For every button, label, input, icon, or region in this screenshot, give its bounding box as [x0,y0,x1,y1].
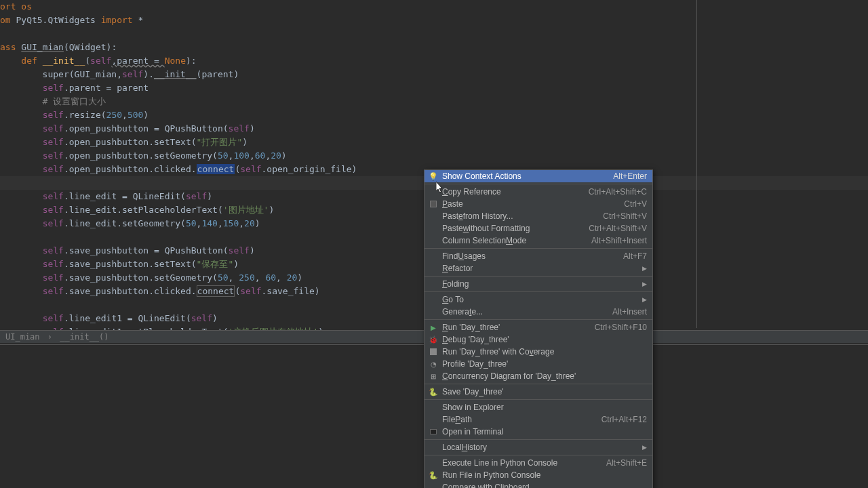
menu-separator [425,291,652,292]
terminal-icon [429,427,438,436]
coverage-icon [429,347,438,357]
menu-save[interactable]: 🐍 Save 'Day_three' [425,386,652,398]
chevron-right-icon: ▶ [642,281,647,287]
chevron-right-icon: ▶ [642,444,647,451]
run-icon: ▶ [429,323,438,332]
menu-debug[interactable]: 🐞 Debug 'Day_three' [425,333,652,346]
profile-icon: ◔ [429,359,438,369]
chevron-right-icon: ▶ [642,296,647,303]
menu-paste-history[interactable]: Paste from History... Ctrl+Shift+V [425,210,652,222]
breadcrumb-separator: › [47,332,52,342]
editor-right-border [696,0,697,328]
menu-local-history[interactable]: Local History ▶ [425,441,652,453]
menu-run-file-console[interactable]: 🐍 Run File in Python Console [425,469,652,481]
menu-separator [425,384,652,384]
menu-compare-clipboard[interactable]: Compare with Clipboard [425,481,652,488]
menu-find-usages[interactable]: Find Usages Alt+F7 [425,250,652,262]
menu-profile[interactable]: ◔ Profile 'Day_three' [425,358,652,370]
menu-separator [425,455,652,455]
python-icon: 🐍 [429,387,438,396]
menu-separator [425,399,652,400]
menu-run[interactable]: ▶ Run 'Day_three' Ctrl+Shift+F10 [425,321,652,333]
menu-execute-line[interactable]: Execute Line in Python Console Alt+Shift… [425,457,652,469]
menu-show-explorer[interactable]: Show in Explorer [425,401,652,413]
context-menu[interactable]: Show Context Actions Alt+Enter Copy Refe… [424,169,653,488]
python-icon: 🐍 [429,470,438,480]
concurrency-icon: ⊞ [429,371,438,381]
chevron-right-icon: ▶ [642,265,647,272]
menu-concurrency[interactable]: ⊞ Concurrency Diagram for 'Day_three' [425,370,652,382]
debug-icon: 🐞 [429,335,438,344]
menu-open-terminal[interactable]: Open in Terminal [425,426,652,438]
menu-separator [425,276,652,277]
menu-goto[interactable]: Go To ▶ [425,293,652,306]
menu-folding[interactable]: Folding ▶ [425,278,652,290]
menu-run-coverage[interactable]: Run 'Day_three' with Coverage [425,346,652,358]
menu-paste[interactable]: Paste Ctrl+V [425,198,652,210]
paste-icon [429,199,438,209]
menu-column-selection[interactable]: Column Selection Mode Alt+Shift+Insert [425,235,652,247]
menu-separator [425,439,652,440]
menu-paste-without-formatting[interactable]: Paste without Formatting Ctrl+Alt+Shift+… [425,222,652,235]
breadcrumb-item[interactable]: UI_mian [5,332,40,342]
breadcrumb-item[interactable]: __init__() [60,332,108,342]
code-text: ort os [0,1,32,12]
menu-refactor[interactable]: Refactor ▶ [425,262,652,274]
menu-file-path[interactable]: File Path Ctrl+Alt+F12 [425,413,652,426]
menu-separator [425,319,652,320]
menu-generate[interactable]: Generate... Alt+Insert [425,306,652,318]
menu-separator [425,248,652,249]
